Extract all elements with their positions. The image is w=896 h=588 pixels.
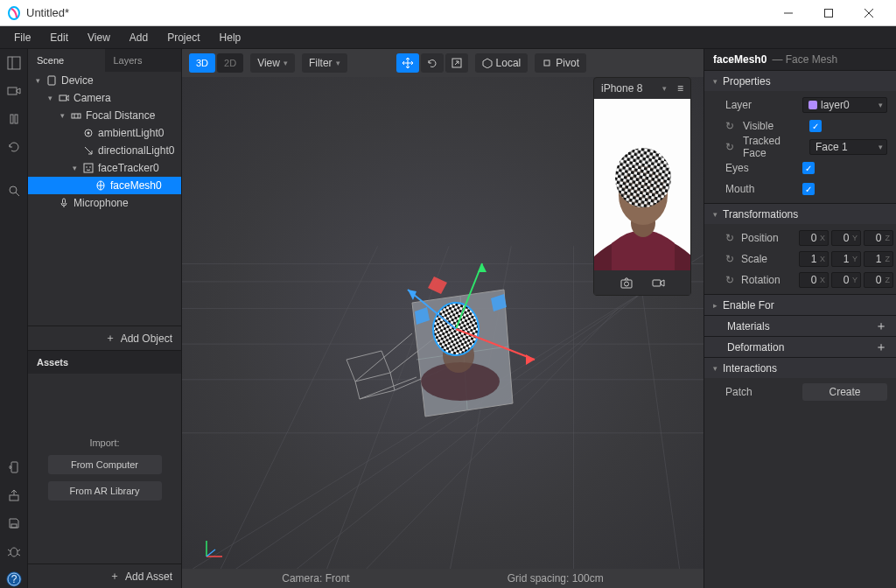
tree-item-microphone[interactable]: Microphone bbox=[28, 194, 181, 212]
eyes-checkbox[interactable]: ✓ bbox=[802, 162, 815, 174]
menu-help[interactable]: Help bbox=[211, 28, 250, 47]
section-enable-for[interactable]: ▸Enable For bbox=[704, 294, 896, 315]
add-deformation-icon[interactable]: ＋ bbox=[875, 340, 887, 355]
svg-rect-23 bbox=[60, 95, 66, 101]
scale-z-input[interactable]: 1Z bbox=[864, 251, 893, 267]
device-name[interactable]: iPhone 8 bbox=[601, 82, 642, 94]
search-icon[interactable] bbox=[5, 182, 23, 200]
scale-tool-icon[interactable] bbox=[445, 53, 468, 73]
visible-checkbox[interactable]: ✓ bbox=[809, 120, 822, 132]
svg-rect-8 bbox=[15, 115, 18, 123]
svg-rect-7 bbox=[10, 115, 13, 123]
bug-icon[interactable] bbox=[5, 542, 23, 560]
viewport-canvas[interactable]: iPhone 8 ▾ ≡ bbox=[182, 77, 704, 569]
svg-text:?: ? bbox=[10, 573, 17, 585]
send-to-device-icon[interactable] bbox=[5, 458, 23, 476]
mouth-checkbox[interactable]: ✓ bbox=[802, 183, 815, 195]
position-x-input[interactable]: 0X bbox=[799, 230, 829, 246]
patch-label: Patch bbox=[725, 386, 795, 398]
import-from-ar-library-button[interactable]: From AR Library bbox=[48, 481, 162, 500]
capture-photo-icon[interactable] bbox=[619, 275, 634, 290]
rotate-tool-icon[interactable] bbox=[421, 53, 444, 73]
menu-view[interactable]: View bbox=[79, 28, 119, 47]
svg-point-75 bbox=[615, 148, 671, 207]
tab-layers[interactable]: Layers bbox=[105, 49, 182, 72]
export-icon[interactable] bbox=[5, 486, 23, 504]
save-icon[interactable] bbox=[5, 514, 23, 532]
tree-toggle-icon[interactable]: ▾ bbox=[58, 111, 66, 120]
focal-icon bbox=[70, 110, 82, 121]
rotation-x-input[interactable]: 0X bbox=[799, 272, 829, 288]
mode-2d-button[interactable]: 2D bbox=[217, 53, 243, 73]
rotation-z-input[interactable]: 0Z bbox=[864, 272, 893, 288]
chevron-down-icon[interactable]: ▾ bbox=[662, 84, 667, 93]
video-icon[interactable] bbox=[5, 82, 23, 100]
pause-icon[interactable] bbox=[5, 110, 23, 128]
menu-add[interactable]: Add bbox=[121, 28, 157, 47]
reset-icon[interactable]: ↻ bbox=[725, 274, 734, 286]
tree-item-directionallight0[interactable]: directionalLight0 bbox=[28, 142, 181, 159]
reset-icon[interactable]: ↻ bbox=[725, 120, 736, 132]
svg-marker-65 bbox=[526, 354, 535, 365]
tree-label: Camera bbox=[74, 92, 111, 104]
section-interactions[interactable]: ▾Interactions bbox=[704, 357, 896, 378]
scale-y-input[interactable]: 1Y bbox=[831, 251, 861, 267]
refresh-icon[interactable] bbox=[5, 138, 23, 156]
tree-item-ambientlight0[interactable]: ambientLight0 bbox=[28, 124, 181, 142]
window-minimize-button[interactable] bbox=[768, 0, 808, 26]
mode-3d-button[interactable]: 3D bbox=[189, 53, 215, 73]
window-maximize-button[interactable] bbox=[808, 0, 849, 26]
tree-toggle-icon[interactable]: ▾ bbox=[46, 94, 54, 102]
tree-item-facemesh0[interactable]: faceMesh0 bbox=[28, 177, 181, 194]
svg-line-81 bbox=[206, 550, 215, 556]
section-transformations[interactable]: ▾Transformations bbox=[704, 203, 896, 224]
add-material-icon[interactable]: ＋ bbox=[875, 318, 887, 334]
add-object-button[interactable]: ＋ Add Object bbox=[28, 326, 181, 350]
menu-edit[interactable]: Edit bbox=[41, 28, 77, 47]
window-title: Untitled* bbox=[26, 6, 768, 19]
svg-line-15 bbox=[8, 550, 10, 551]
import-label: Import: bbox=[89, 438, 119, 448]
import-from-computer-button[interactable]: From Computer bbox=[48, 455, 162, 474]
filter-dropdown[interactable]: Filter▾ bbox=[302, 53, 347, 73]
tree-item-camera[interactable]: ▾Camera bbox=[28, 89, 181, 107]
window-close-button[interactable] bbox=[849, 0, 889, 26]
pivot-toggle[interactable]: Pivot bbox=[535, 53, 586, 73]
menu-project[interactable]: Project bbox=[158, 28, 208, 47]
svg-point-77 bbox=[625, 282, 629, 286]
capture-video-icon[interactable] bbox=[650, 275, 666, 290]
tree-item-facetracker0[interactable]: ▾faceTracker0 bbox=[28, 159, 181, 177]
section-properties[interactable]: ▾Properties bbox=[704, 70, 896, 91]
layout-icon[interactable] bbox=[5, 54, 23, 72]
tree-label: Device bbox=[61, 74, 94, 87]
position-z-input[interactable]: 0Z bbox=[864, 230, 893, 246]
tab-scene[interactable]: Scene bbox=[28, 49, 105, 72]
tree-item-device[interactable]: ▾Device bbox=[28, 72, 181, 89]
svg-point-14 bbox=[10, 548, 18, 556]
tracked-face-dropdown[interactable]: Face 1▾ bbox=[809, 139, 887, 155]
section-materials[interactable]: Materials＋ bbox=[704, 315, 896, 336]
reset-icon[interactable]: ↻ bbox=[725, 141, 736, 153]
reset-icon[interactable]: ↻ bbox=[725, 253, 734, 265]
reset-icon[interactable]: ↻ bbox=[725, 232, 734, 244]
tree-toggle-icon[interactable]: ▾ bbox=[33, 76, 42, 85]
menu-file[interactable]: File bbox=[5, 28, 39, 47]
section-deformation[interactable]: Deformation＋ bbox=[704, 336, 896, 357]
create-patch-button[interactable]: Create bbox=[802, 383, 887, 401]
local-toggle[interactable]: Local bbox=[475, 53, 528, 73]
device-menu-icon[interactable]: ≡ bbox=[677, 82, 683, 94]
svg-point-28 bbox=[88, 132, 90, 135]
tree-toggle-icon[interactable]: ▾ bbox=[70, 164, 79, 172]
position-y-input[interactable]: 0Y bbox=[831, 230, 861, 246]
rotation-y-input[interactable]: 0Y bbox=[831, 272, 861, 288]
view-dropdown[interactable]: View▾ bbox=[250, 53, 295, 73]
scale-x-input[interactable]: 1X bbox=[799, 251, 829, 267]
add-asset-button[interactable]: ＋ Add Asset bbox=[28, 564, 181, 588]
layer-dropdown[interactable]: layer0▾ bbox=[802, 97, 887, 113]
help-icon[interactable]: ? bbox=[5, 570, 23, 588]
move-tool-icon[interactable] bbox=[396, 53, 419, 73]
scene-tree: ▾Device▾Camera▾Focal DistanceambientLigh… bbox=[28, 72, 181, 326]
tree-item-focal-distance[interactable]: ▾Focal Distance bbox=[28, 107, 181, 124]
device-preview-panel: iPhone 8 ▾ ≡ bbox=[593, 77, 691, 296]
svg-line-10 bbox=[16, 192, 19, 196]
